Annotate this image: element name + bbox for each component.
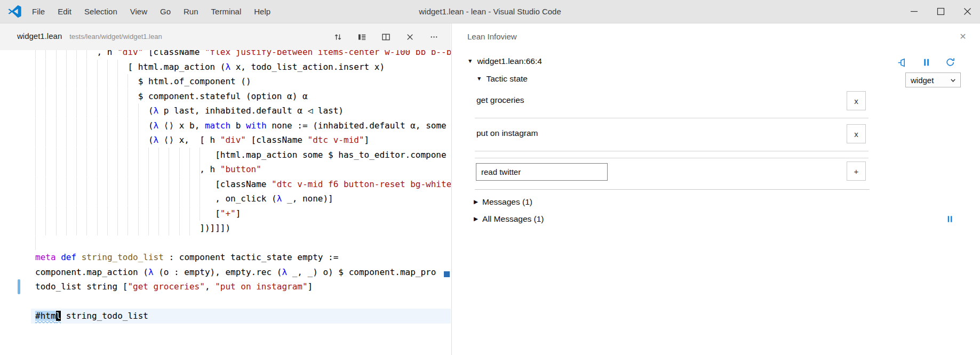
code-token: (	[148, 106, 154, 116]
code-token: "div"	[220, 135, 246, 145]
code-line: , on_click (λ _, none)]	[35, 191, 451, 206]
code-token: λ	[277, 193, 282, 204]
code-token: with	[246, 120, 267, 131]
widget-dropdown[interactable]: widget	[905, 72, 961, 87]
menu-help[interactable]: Help	[248, 0, 277, 23]
chevron-collapsed-icon: ▶	[474, 215, 478, 222]
code-token: _, _) o) $ component.map_pro	[287, 267, 436, 277]
code-token: "+"	[220, 208, 236, 219]
code-line: (λ ⟨⟩ x b, match b with none := (inhabit…	[35, 118, 451, 133]
menu-run[interactable]: Run	[177, 0, 205, 23]
code-line: ["+"]	[35, 206, 451, 221]
code-editor[interactable]: , h "div" [className "flex justify-betwe…	[35, 45, 451, 324]
display-goal-icon[interactable]	[356, 31, 367, 42]
chevron-expanded-icon: ▼	[467, 58, 473, 64]
infoview-toolbar	[896, 56, 956, 68]
code-token	[56, 252, 61, 262]
code-token: ]	[236, 208, 241, 219]
menu-view[interactable]: View	[124, 0, 154, 23]
code-line: meta def string_todo_list : component ta…	[35, 250, 451, 265]
infoview-location-header[interactable]: ▼ widget1.lean:66:4	[467, 57, 542, 66]
code-token: p last, inhabited.default α ◁ last)	[158, 106, 344, 116]
compare-changes-icon[interactable]	[332, 31, 343, 42]
divider	[475, 158, 869, 158]
title-bar: File Edit Selection View Go Run Terminal…	[0, 0, 980, 23]
code-line: [className "dtc v-mid f6 button-reset bg…	[35, 177, 451, 192]
code-token: #htm	[35, 311, 56, 321]
code-token: λ	[148, 267, 154, 277]
code-line: ])]]])	[35, 221, 451, 236]
code-token: ⟨⟩ x, [ h	[158, 135, 220, 145]
tab-widget1-lean[interactable]: widget1.lean tests/lean/widget/widget1.l…	[17, 23, 162, 50]
code-token: "get groceries"	[128, 281, 205, 292]
code-token: λ	[282, 267, 287, 277]
messages-section-header[interactable]: ▶ Messages (1)	[474, 197, 532, 207]
code-token: ]	[308, 281, 313, 292]
more-actions-icon[interactable]	[428, 31, 439, 42]
code-token: [className	[215, 179, 272, 189]
code-line: component.map_action (λ (o : empty), emp…	[35, 265, 451, 280]
code-token: λ	[154, 135, 159, 145]
remove-todo-button[interactable]: x	[847, 91, 866, 110]
code-line: $ component.stateful (option α) α	[35, 89, 451, 104]
maximize-icon[interactable]	[935, 6, 946, 17]
code-line: (λ p last, inhabited.default α ◁ last)	[35, 103, 451, 118]
code-token: string_todo_list	[82, 252, 164, 262]
code-token: "button"	[220, 164, 261, 174]
new-todo-input[interactable]	[476, 163, 608, 181]
infoview-panel-header: Lean Infoview ✕	[451, 23, 980, 50]
all-messages-section-header[interactable]: ▶ All Messages (1)	[474, 214, 544, 224]
messages-label: Messages (1)	[482, 197, 532, 207]
code-line: todo_list string ["get groceries", "put …	[35, 279, 451, 294]
add-todo-button[interactable]: +	[847, 162, 866, 181]
menu-file[interactable]: File	[26, 0, 51, 23]
code-token: component.map_action (	[35, 267, 148, 277]
menu-go[interactable]: Go	[154, 0, 177, 23]
code-token: (o : empty), empty.rec (	[154, 267, 282, 277]
pause-updates-icon[interactable]	[920, 56, 932, 68]
code-token: meta	[35, 252, 56, 262]
menu-edit[interactable]: Edit	[51, 0, 78, 23]
code-token: "dtc v-mid"	[308, 135, 364, 145]
vscode-logo-icon	[7, 4, 22, 19]
chevron-down-icon	[950, 77, 957, 84]
code-token	[76, 252, 82, 262]
minimize-icon[interactable]	[909, 6, 919, 17]
tactic-state-header[interactable]: ▼ Tactic state	[476, 74, 528, 84]
code-line: [ html.map_action (λ x, todo_list_action…	[35, 60, 451, 75]
menu-terminal[interactable]: Terminal	[205, 0, 248, 23]
code-line: , h "button"	[35, 162, 451, 177]
code-token: , on_click (	[215, 193, 277, 204]
pin-icon[interactable]	[896, 56, 908, 68]
all-messages-label: All Messages (1)	[482, 214, 544, 224]
code-token: (	[148, 120, 154, 131]
chevron-expanded-icon: ▼	[476, 75, 482, 82]
todo-item-label: get groceries	[476, 95, 524, 105]
editor-surface[interactable]: , h "div" [className "flex justify-betwe…	[0, 23, 451, 355]
code-token: , h	[200, 164, 220, 174]
tab-file-path: tests/lean/widget/widget1.lean	[69, 33, 162, 41]
code-line: #html string_todo_list	[35, 309, 451, 324]
overview-ruler-marker	[444, 271, 450, 277]
code-token: "put on instagram"	[215, 281, 307, 292]
code-token: : component tactic_state empty :=	[164, 252, 339, 262]
code-token: [className	[246, 135, 308, 145]
split-editor-icon[interactable]	[380, 31, 391, 42]
divider	[475, 189, 870, 190]
menu-selection[interactable]: Selection	[78, 0, 124, 23]
close-editor-icon[interactable]	[404, 31, 415, 42]
refresh-icon[interactable]	[944, 56, 956, 68]
code-token: none := (inhabited.default α, some x)	[267, 120, 451, 131]
code-token: ,	[205, 281, 215, 292]
code-token: λ	[154, 106, 159, 116]
code-token: $ html.of_component ()	[138, 76, 251, 86]
editor-panel-divider[interactable]	[451, 23, 452, 355]
pause-section-icon[interactable]	[944, 213, 955, 224]
close-window-icon[interactable]	[962, 6, 973, 17]
close-panel-icon[interactable]: ✕	[957, 30, 969, 42]
remove-todo-button[interactable]: x	[847, 124, 866, 143]
tab-file-name: widget1.lean	[17, 31, 62, 41]
code-token: string_todo_list	[61, 311, 148, 321]
code-token: x, todo_list_action.insert x)	[230, 62, 385, 72]
code-token: [html.map_action some $ has_to_editor.co…	[215, 150, 446, 160]
